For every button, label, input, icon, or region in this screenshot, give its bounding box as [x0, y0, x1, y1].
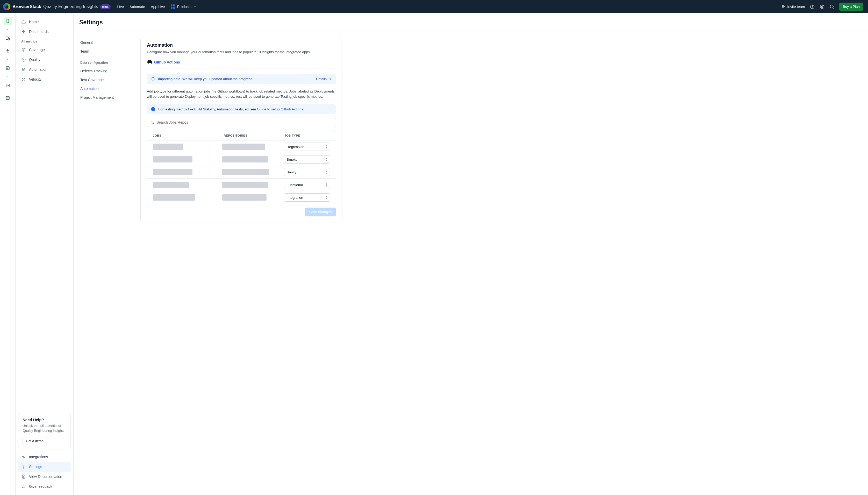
svg-point-13 — [7, 49, 8, 50]
table-row: Integration ▴▾ — [147, 191, 336, 204]
gear-icon — [21, 464, 26, 469]
sidebar-item-settings[interactable]: Settings — [18, 462, 71, 472]
job-type-select[interactable]: Smoke ▴▾ — [284, 155, 330, 164]
sidebar-item-feedback[interactable]: Give feedback — [18, 481, 71, 491]
select-value: Sanity — [287, 170, 297, 174]
details-label: Details — [316, 77, 326, 81]
skeleton-loader — [153, 156, 193, 163]
get-demo-button[interactable]: Get a demo — [22, 437, 47, 445]
rail-item-code[interactable] — [4, 94, 12, 102]
accessibility-icon — [5, 49, 10, 53]
sidebar-item-label: Automation — [29, 67, 48, 71]
sidebar: Home Dashboards All metrics Coverage Qua… — [16, 13, 74, 495]
buy-plan-button[interactable]: Buy a Plan — [839, 3, 863, 11]
brand-name: BrowserStack — [13, 4, 41, 9]
snav-team[interactable]: Team — [79, 47, 140, 56]
sidebar-item-label: Quality — [29, 57, 40, 62]
table-row: Functional ▴▾ — [147, 178, 336, 191]
invite-team-label: Invite team — [787, 5, 805, 9]
tab-github-actions[interactable]: Github Actions — [147, 57, 180, 68]
sidebar-item-dashboards[interactable]: Dashboards — [18, 27, 71, 36]
rail-item-accessibility[interactable] — [4, 47, 12, 55]
svg-rect-18 — [6, 97, 9, 100]
table-row: Regression ▴▾ — [147, 140, 336, 153]
panel-body-text: Add job type for different automation jo… — [147, 89, 336, 100]
main-content: Settings General Team Data configuration… — [74, 13, 868, 495]
jobs-search-input[interactable] — [157, 120, 333, 124]
sidebar-item-label: Coverage — [29, 48, 45, 52]
updown-icon: ▴▾ — [326, 170, 327, 174]
sidebar-item-home[interactable]: Home — [18, 17, 71, 27]
snav-defects[interactable]: Defects Tracking — [79, 67, 140, 75]
home-icon — [21, 19, 26, 24]
sidebar-item-automation[interactable]: Automation — [18, 65, 71, 74]
updown-icon: ▴▾ — [326, 157, 327, 161]
svg-line-33 — [153, 123, 154, 124]
help-button[interactable] — [810, 4, 815, 9]
automation-panel: Automation Configure how you manage your… — [140, 37, 342, 223]
svg-point-25 — [23, 69, 24, 70]
snav-coverage[interactable]: Test Coverage — [79, 75, 140, 84]
sidebar-item-velocity[interactable]: Velocity — [18, 74, 71, 84]
skeleton-loader — [222, 143, 266, 150]
select-value: Regression — [287, 145, 304, 149]
job-type-select[interactable]: Sanity ▴▾ — [284, 168, 330, 176]
help-circle-icon — [810, 4, 815, 9]
sidebar-item-quality[interactable]: Quality — [18, 55, 71, 65]
page-title: Settings — [79, 19, 862, 26]
sidebar-item-label: Settings — [29, 465, 42, 469]
nav-link-live[interactable]: Live — [117, 5, 124, 9]
devices-icon — [5, 36, 10, 41]
save-changes-button[interactable]: Save changes — [305, 208, 336, 217]
spinner-icon — [151, 77, 155, 81]
search-button[interactable] — [829, 4, 835, 9]
user-circle-icon — [819, 4, 825, 9]
job-type-select[interactable]: Integration ▴▾ — [284, 193, 330, 202]
jobs-search[interactable] — [147, 118, 336, 127]
col-jobtype: JOB TYPE — [284, 134, 330, 137]
panel-title: Automation — [147, 42, 336, 48]
topbar: BrowserStack Quality Engineering Insight… — [0, 0, 868, 13]
rail-item-dashboard[interactable] — [4, 64, 12, 72]
tab-label: Github Actions — [154, 60, 180, 64]
nav-link-app-live[interactable]: App Live — [151, 5, 165, 9]
feedback-icon — [21, 484, 26, 489]
job-type-select[interactable]: Functional ▴▾ — [284, 181, 330, 189]
skeleton-loader — [222, 194, 267, 201]
ci-provider-tabs: Github Actions — [147, 57, 336, 68]
snav-automation[interactable]: Automation — [79, 84, 140, 93]
snav-general[interactable]: General — [79, 38, 140, 47]
rail-item-reports[interactable] — [4, 81, 12, 90]
rail-item-devices[interactable] — [4, 34, 12, 42]
products-dropdown[interactable]: Products — [171, 4, 197, 9]
jobs-table: JOBS REPOSITORIES JOB TYPE Regression ▴▾ — [147, 131, 336, 204]
sidebar-item-label: View Documentation — [29, 475, 62, 479]
sidebar-item-integrations[interactable]: Integrations — [18, 452, 71, 462]
code-board-icon — [5, 96, 10, 100]
skeleton-loader — [153, 182, 189, 188]
guide-link[interactable]: Guide to setup Github Actions — [257, 107, 303, 111]
user-plus-icon — [781, 5, 786, 9]
sidebar-item-docs[interactable]: View Documentation — [18, 472, 71, 481]
job-type-select[interactable]: Regression ▴▾ — [284, 142, 330, 151]
apps-grid-icon — [171, 4, 175, 9]
guide-banner: i For testing metrics like Build Stabili… — [147, 104, 336, 114]
import-notice: Importing data. We will keep you updated… — [147, 73, 336, 84]
product-rail — [0, 13, 16, 495]
invite-team-button[interactable]: Invite team — [781, 5, 805, 9]
nav-link-automate[interactable]: Automate — [129, 5, 145, 9]
skeleton-loader — [222, 156, 268, 163]
snav-pm[interactable]: Project Management — [79, 93, 140, 102]
arrow-right-icon — [328, 77, 332, 81]
velocity-icon — [21, 77, 26, 82]
sidebar-item-label: Integrations — [29, 455, 48, 459]
browserstack-logo — [3, 3, 10, 10]
account-button[interactable] — [819, 4, 825, 9]
sidebar-section-label: All metrics — [18, 36, 71, 45]
sidebar-item-coverage[interactable]: Coverage — [18, 45, 71, 55]
import-details-link[interactable]: Details — [316, 77, 332, 81]
svg-rect-20 — [24, 30, 25, 31]
svg-rect-16 — [7, 68, 7, 69]
rail-item-mobile[interactable] — [4, 17, 12, 25]
chevron-down-icon — [194, 5, 197, 8]
